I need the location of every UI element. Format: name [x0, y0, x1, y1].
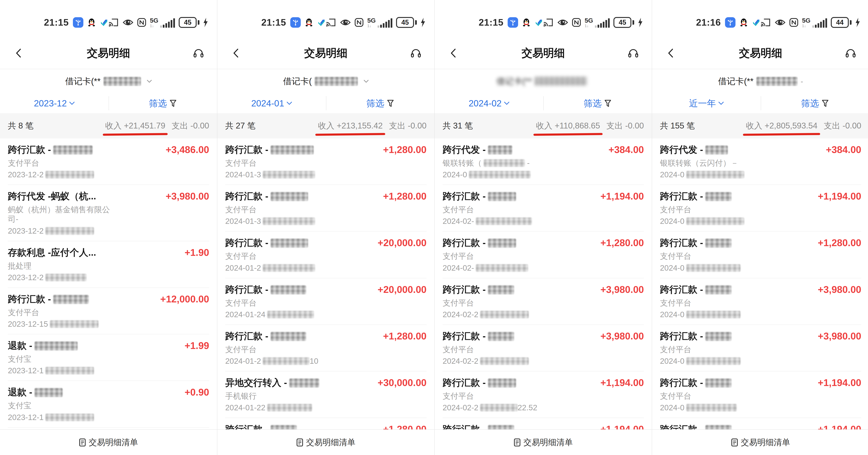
expense-label: 支出 — [824, 121, 842, 130]
tx-date-text: 2024-0 — [660, 403, 684, 412]
transaction-row[interactable]: 跨行汇款 - +1,280.00 — [225, 418, 427, 430]
tx-amount: +1,280.00 — [818, 238, 861, 248]
tx-title-text: 跨行汇款 - — [660, 424, 703, 430]
tx-date-text: 2024-01-2 — [225, 357, 261, 365]
qq-icon — [88, 18, 96, 27]
usb-icon — [508, 17, 518, 28]
transaction-row[interactable]: 跨行代发 - +384.00 银联转账（云闪付）－ 2024-0 — [660, 139, 861, 185]
transaction-row[interactable]: 跨行汇款 - +1,194.00 — [660, 418, 861, 430]
tx-title-text: 跨行汇款 - — [443, 284, 486, 295]
detail-list-link[interactable]: 交易明细清单 — [652, 429, 868, 455]
back-button[interactable] — [12, 49, 25, 58]
tx-date-redacted — [267, 404, 312, 412]
card-selector[interactable]: 借记卡( — [217, 69, 434, 93]
qq-icon — [740, 18, 748, 27]
transaction-row[interactable]: 存款利息 -应付个人... +1.90 批处理 2023-12-2 — [8, 241, 209, 288]
transaction-row[interactable]: 跨行汇款 - +1,194.00 支付平台 2024-02- — [443, 185, 644, 232]
transaction-row[interactable]: 跨行汇款 - +1,280.00 支付平台 2024-01-3 — [225, 185, 427, 232]
expense-value: -0.00 — [190, 121, 209, 130]
tx-amount: +3,980.00 — [600, 285, 644, 294]
transaction-row[interactable]: 跨行汇款 - +20,000.00 支付平台 2024-01-2 — [225, 232, 427, 278]
summary-count: 共 155 笔 — [660, 120, 695, 131]
tx-title-text: 跨行汇款 - — [225, 144, 269, 155]
tx-title-redacted — [271, 239, 308, 248]
tx-date-redacted — [686, 264, 741, 272]
filter-button[interactable]: 筛选 — [326, 97, 435, 110]
transaction-row[interactable]: 异地交行转入 - +30,000.00 手机银行 2024-01-22 — [225, 371, 427, 418]
eye-icon — [557, 19, 568, 26]
back-button[interactable] — [229, 49, 242, 58]
detail-list-link[interactable]: 交易明细清单 — [435, 429, 652, 455]
transaction-row[interactable]: 跨行汇款 - +1,280.00 支付平台 2024-0 — [660, 232, 861, 278]
transaction-row[interactable]: 跨行汇款 - +3,980.00 支付平台 2024-02-2 — [443, 278, 644, 325]
period-selector[interactable]: 2024-02 — [435, 98, 543, 109]
headset-button[interactable] — [409, 48, 423, 58]
status-bar: 21:15 — [435, 0, 652, 37]
back-button[interactable] — [447, 49, 460, 58]
transaction-row[interactable]: 退款 - +0.90 支付宝 2023-12-1 — [8, 381, 209, 427]
filter-label: 筛选 — [366, 97, 384, 110]
tx-sub-text: 支付平台 — [660, 205, 691, 214]
filter-button[interactable]: 筛选 — [761, 97, 868, 110]
transaction-row[interactable]: 跨行汇款 - +3,980.00 支付平台 2024-0 — [660, 278, 861, 325]
tx-title-redacted — [488, 285, 514, 294]
transaction-row[interactable]: 跨行汇款 - +3,980.00 支付平台 2024-02-2 — [443, 325, 644, 371]
transaction-row[interactable]: 跨行代发 -蚂蚁（杭... +3,980.00 蚂蚁（杭州）基金销售有限公司- … — [8, 185, 209, 241]
headset-button[interactable] — [844, 48, 857, 58]
transaction-row[interactable]: 跨行代发 - +384.00 银联转账（ - 2024-0 — [443, 139, 644, 185]
tx-title-redacted — [488, 378, 516, 388]
headset-button[interactable] — [192, 48, 205, 58]
summary-count: 共 31 笔 — [443, 120, 473, 131]
check-logo-icon — [534, 18, 543, 27]
detail-list-link[interactable]: 交易明细清单 — [217, 429, 434, 455]
tx-amount: +3,486.00 — [165, 145, 209, 154]
tx-title-text: 跨行汇款 - — [8, 294, 51, 304]
tx-date-redacted — [45, 367, 94, 374]
tx-title-text: 异地交行转入 - — [225, 377, 287, 388]
period-selector[interactable]: 近一年 — [652, 97, 761, 110]
screen-panel: 21:15 — [434, 0, 652, 455]
card-number-redacted — [756, 77, 798, 86]
back-button[interactable] — [664, 49, 677, 58]
card-label-text: 借记卡( — [283, 75, 312, 87]
card-selector[interactable]: 借记卡(** — [0, 69, 217, 93]
transaction-row[interactable]: 跨行汇款 - +1,194.00 支付平台 2024-02-222.52 — [443, 371, 644, 418]
transaction-row[interactable]: 跨行汇款 - +1,194.00 支付平台 2024-0 — [660, 185, 861, 232]
screen-panel: 21:15 — [217, 0, 434, 455]
transaction-row[interactable]: 跨行汇款 - +1,280.00 支付平台 2024-02- — [443, 232, 644, 278]
period-selector[interactable]: 2024-01 — [217, 98, 326, 109]
eye-icon — [340, 19, 351, 26]
filter-button[interactable]: 筛选 — [108, 97, 217, 110]
filter-funnel-icon — [822, 99, 829, 107]
tx-date-redacted — [263, 171, 315, 178]
header: 交易明细 — [435, 37, 652, 69]
tx-amount: +3,980.00 — [165, 191, 209, 201]
transaction-list: 跨行代发 - +384.00 银联转账（云闪付）－ 2024-0 跨行汇款 - … — [652, 139, 868, 430]
period-selector[interactable]: 2023-12 — [0, 98, 108, 109]
tx-sub-text: 支付平台 — [225, 159, 257, 168]
tx-date-redacted — [686, 311, 741, 318]
transaction-row[interactable]: 跨行汇款 - +20,000.00 支付平台 2024-01-24 — [225, 278, 427, 325]
transaction-row[interactable]: 退款 - +1.99 支付宝 2023-12-1 — [8, 334, 209, 381]
card-selector[interactable]: 借记卡(** — [435, 69, 652, 93]
filter-button[interactable]: 筛选 — [543, 97, 652, 110]
summary-expense: 支出 -0.00 — [389, 120, 427, 131]
check-logo-icon — [752, 18, 761, 27]
tx-date-redacted — [469, 171, 531, 178]
usb-icon — [290, 17, 301, 28]
transaction-row[interactable]: 跨行汇款 - +1,280.00 支付平台 2024-01-210 — [225, 325, 427, 371]
filter-row: 2023-12 筛选 — [0, 93, 217, 113]
transaction-row[interactable]: 跨行汇款 - +3,486.00 支付平台 2023-12-2 — [8, 139, 209, 185]
tx-date-redacted — [45, 227, 94, 235]
transaction-row[interactable]: 跨行汇款 - +1,194.00 — [443, 418, 644, 430]
headset-button[interactable] — [627, 48, 640, 58]
transaction-row[interactable]: 跨行汇款 - +3,980.00 支付平台 2024-0 — [660, 325, 861, 371]
transaction-row[interactable]: 跨行汇款 - +1,194.00 支付平台 2024-0 — [660, 371, 861, 418]
detail-list-link[interactable]: 交易明细清单 — [0, 429, 217, 455]
transaction-row[interactable]: 跨行汇款 - +12,000.00 支付平台 2023-12-15 — [8, 288, 209, 334]
tx-sub-text: 支付平台 — [443, 252, 474, 261]
card-selector[interactable]: 借记卡(** - — [652, 69, 868, 93]
summary-income: 收入 +2,805,593.54 — [746, 120, 817, 131]
footer-label: 交易明细清单 — [524, 437, 573, 448]
transaction-row[interactable]: 跨行汇款 - +1,280.00 支付平台 2024-01-3 — [225, 139, 427, 185]
